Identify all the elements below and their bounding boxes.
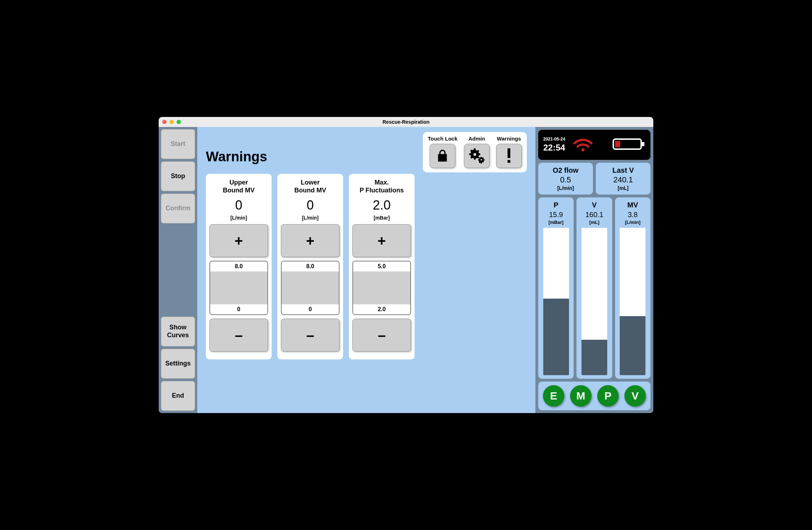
value-slider[interactable]: 8.00 (209, 261, 268, 315)
left-sidebar: Start Stop Confirm Show Curves Settings … (159, 127, 197, 413)
gauges: P15.9[mBar]V160.1[mL]MV3.8[L/min] (538, 197, 650, 379)
o2-flow-label: O2 flow (542, 166, 589, 175)
o2-flow-value: 0.5 (542, 175, 589, 185)
svg-rect-0 (508, 148, 510, 158)
card-unit: [L/min] (281, 215, 340, 221)
value-slider[interactable]: 5.02.0 (352, 261, 411, 315)
o2-flow-tile: O2 flow 0.5 [L/min] (538, 163, 593, 195)
battery-icon (613, 136, 645, 153)
stop-button[interactable]: Stop (161, 161, 195, 191)
card-title: Max.P Fluctuations (352, 179, 411, 194)
slider-min: 2.0 (353, 304, 410, 314)
mode-button-e[interactable]: E (543, 385, 564, 407)
gauge-unit: [mBar] (549, 220, 564, 225)
card-title: LowerBound MV (281, 179, 340, 194)
warning-cards: UpperBound MV0[L/min]+8.00–LowerBound MV… (206, 174, 527, 359)
warning-card: LowerBound MV0[L/min]+8.00– (277, 174, 343, 359)
card-value: 2.0 (352, 198, 411, 213)
gauge-mv: MV3.8[L/min] (615, 197, 650, 379)
touch-lock-button[interactable] (430, 144, 455, 168)
exclamation-icon (504, 148, 514, 164)
last-v-value: 240.1 (599, 175, 647, 185)
value-slider[interactable]: 8.00 (281, 261, 340, 315)
gauge-bar (581, 228, 607, 375)
slider-max: 5.0 (353, 261, 410, 271)
svg-rect-5 (615, 141, 620, 147)
svg-rect-1 (508, 160, 510, 163)
gauge-value: 3.8 (628, 211, 638, 219)
gauge-bar (620, 228, 645, 375)
gauge-p: P15.9[mBar] (538, 197, 574, 379)
gauge-value: 15.9 (549, 211, 563, 219)
card-unit: [L/min] (209, 215, 268, 221)
gauge-label: MV (627, 201, 638, 209)
svg-rect-4 (642, 142, 644, 146)
start-button[interactable]: Start (161, 129, 195, 159)
titlebar: Rescue-Respiration (159, 117, 653, 127)
card-title: UpperBound MV (209, 179, 268, 194)
warning-card: UpperBound MV0[L/min]+8.00– (206, 174, 272, 359)
status-date: 2021-05-24 (543, 137, 565, 142)
end-button[interactable]: End (161, 381, 195, 411)
app-window: Rescue-Respiration Start Stop Confirm Sh… (159, 117, 653, 413)
slider-max: 8.0 (282, 261, 339, 271)
wifi-icon (572, 136, 594, 153)
decrement-button[interactable]: – (352, 319, 411, 352)
increment-button[interactable]: + (281, 224, 340, 257)
last-v-tile: Last V 240.1 [mL] (596, 163, 650, 195)
slider-max: 8.0 (210, 261, 267, 271)
last-v-unit: [mL] (599, 185, 647, 191)
confirm-button[interactable]: Confirm (161, 193, 195, 224)
o2-flow-unit: [L/min] (542, 185, 589, 191)
svg-point-2 (581, 148, 585, 152)
decrement-button[interactable]: – (281, 319, 340, 352)
status-time: 22:54 (543, 142, 565, 153)
mode-buttons: EMPV (538, 382, 650, 410)
increment-button[interactable]: + (352, 224, 411, 257)
mode-button-p[interactable]: P (597, 385, 619, 407)
gauge-unit: [L/min] (625, 220, 640, 225)
card-unit: [mBar] (352, 215, 411, 221)
gauge-v: V160.1[mL] (576, 197, 612, 379)
gauge-label: P (554, 201, 558, 209)
last-v-label: Last V (599, 166, 647, 175)
status-bar: 2021-05-24 22:54 (538, 130, 650, 160)
increment-button[interactable]: + (209, 224, 268, 257)
right-panel: 2021-05-24 22:54 O2 flow 0.5 [L/min] Las… (535, 127, 653, 413)
gauge-unit: [mL] (589, 220, 599, 225)
gauge-value: 160.1 (585, 211, 603, 219)
admin-button[interactable] (464, 144, 490, 168)
admin-label: Admin (469, 136, 485, 142)
show-curves-button[interactable]: Show Curves (161, 316, 195, 347)
warnings-button[interactable] (496, 144, 522, 168)
warning-card: Max.P Fluctuations2.0[mBar]+5.02.0– (349, 174, 415, 359)
settings-button[interactable]: Settings (161, 349, 195, 379)
top-actions: Touch Lock Admin Warnings (423, 132, 527, 172)
touch-lock-label: Touch Lock (428, 136, 457, 142)
card-value: 0 (209, 198, 268, 213)
card-value: 0 (281, 198, 340, 213)
decrement-button[interactable]: – (209, 319, 268, 352)
main-panel: Warnings Touch Lock Admin Warnings (197, 127, 535, 413)
slider-min: 0 (210, 304, 267, 314)
warnings-label: Warnings (497, 136, 521, 142)
mode-button-v[interactable]: V (624, 385, 646, 407)
gauge-bar (543, 228, 569, 375)
gears-icon (468, 147, 485, 165)
window-title: Rescue-Respiration (159, 119, 653, 125)
lock-icon (435, 148, 450, 163)
slider-min: 0 (282, 304, 339, 314)
mode-button-m[interactable]: M (570, 385, 591, 407)
gauge-label: V (592, 201, 596, 209)
